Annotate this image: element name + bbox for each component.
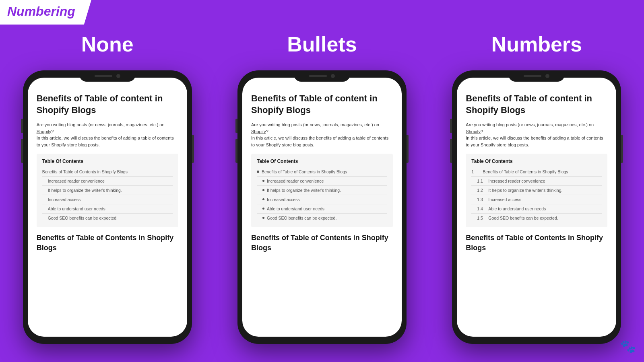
toc-item-bullets-5[interactable]: Good SEO benefits can be expected. — [257, 214, 387, 222]
toc-title-none: Table Of Contents — [42, 158, 173, 164]
screen-none: Benefits of Table of content in Shopify … — [28, 78, 187, 337]
toc-label-none-3: Increased access — [48, 197, 81, 202]
toc-label-numbers-1: Increased reader convenience — [488, 179, 545, 183]
toc-label-none-4: Able to understand user needs — [48, 206, 105, 211]
toc-label-bullets-2: It helps to organize the writer's thinki… — [267, 188, 341, 193]
intro-bullets: Are you writing blog posts (or news, jou… — [251, 121, 393, 148]
bullet-icon-5 — [262, 217, 264, 219]
toc-item-none-5[interactable]: Good SEO benefits can be expected. — [42, 214, 173, 222]
camera-none — [116, 74, 120, 78]
toc-label-numbers-5: Good SEO benefits can be expected. — [488, 216, 558, 220]
paw-icon: 🐾 — [620, 339, 636, 354]
phone-frame-numbers: Benefits of Table of content in Shopify … — [452, 70, 621, 344]
phones-row: Benefits of Table of content in Shopify … — [0, 70, 644, 344]
bottom-title-numbers: Benefits of Table of Contents in Shopify… — [466, 233, 607, 253]
toc-item-none-1[interactable]: Increased reader convenience — [42, 177, 173, 186]
title-numbers: Benefits of Table of content in Shopify … — [466, 93, 607, 116]
toc-item-none-3[interactable]: Increased access — [42, 195, 173, 204]
bullet-icon-4 — [262, 208, 264, 210]
phone-numbers: Benefits of Table of content in Shopify … — [444, 70, 629, 344]
camera-numbers — [545, 74, 549, 78]
toc-title-numbers: Table Of Contents — [471, 158, 602, 164]
pwr-btn-none — [192, 135, 194, 163]
col-heading-none: None — [1, 32, 214, 56]
phone-bullets: Benefits of Table of content in Shopify … — [229, 70, 415, 344]
toc-box-numbers: Table Of Contents 1 Benefits of Table of… — [466, 154, 607, 227]
screen-bullets: Benefits of Table of content in Shopify … — [242, 78, 402, 337]
toc-num-5: 1.5 — [477, 216, 486, 220]
intro-numbers: Are you writing blog posts (or news, jou… — [466, 121, 607, 148]
header-title: Numbering — [7, 4, 75, 19]
pwr-btn-bullets — [407, 135, 409, 163]
toc-item-bullets-1[interactable]: Increased reader convenience — [257, 177, 387, 186]
vol-btn-numbers — [450, 139, 452, 163]
notch-numbers — [508, 70, 565, 82]
intro-none: Are you writing blog posts (or news, jou… — [37, 121, 178, 148]
toc-label-bullets-4: Able to understand user needs — [267, 206, 324, 211]
vol-btn-none — [21, 139, 23, 163]
toc-item-numbers-4[interactable]: 1.4 Able to understand user needs — [471, 204, 602, 214]
toc-item-numbers-5[interactable]: 1.5 Good SEO benefits can be expected. — [471, 214, 602, 222]
toc-item-none-0[interactable]: Benefits of Table of Contents in Shopify… — [42, 167, 173, 177]
toc-label-bullets-1: Increased reader convenience — [267, 179, 324, 183]
toc-item-bullets-0[interactable]: Benefits of Table of Contents in Shopify… — [257, 167, 387, 177]
bottom-title-none: Benefits of Table of Contents in Shopify… — [37, 233, 178, 253]
toc-label-numbers-0: Benefits of Table of Contents in Shopify… — [483, 169, 568, 174]
toc-label-bullets-5: Good SEO benefits can be expected. — [267, 216, 336, 220]
toc-item-bullets-2[interactable]: It helps to organize the writer's thinki… — [257, 186, 387, 195]
phone-frame-bullets: Benefits of Table of content in Shopify … — [237, 70, 407, 344]
toc-title-bullets: Table Of Contents — [257, 158, 387, 164]
col-heading-bullets: Bullets — [216, 32, 428, 56]
header-label: Numbering — [0, 0, 91, 25]
bullet-icon-0 — [257, 171, 259, 173]
toc-label-bullets-0: Benefits of Table of Contents in Shopify… — [262, 169, 347, 174]
toc-box-bullets: Table Of Contents Benefits of Table of C… — [251, 154, 393, 227]
pwr-btn-numbers — [621, 135, 623, 163]
speaker-bullets — [309, 75, 327, 77]
toc-item-numbers-3[interactable]: 1.3 Increased access — [471, 195, 602, 204]
col-heading-numbers: Numbers — [430, 32, 643, 56]
vol-btn-bullets — [235, 139, 237, 163]
shopify-link-bullets[interactable]: Shopify — [251, 129, 266, 134]
shopify-link-numbers[interactable]: Shopify — [466, 129, 481, 134]
toc-item-none-2[interactable]: It helps to organize the writer's thinki… — [42, 186, 173, 195]
toc-num-3: 1.3 — [477, 197, 486, 202]
toc-item-bullets-3[interactable]: Increased access — [257, 195, 387, 204]
toc-label-numbers-3: Increased access — [488, 197, 521, 202]
toc-label-none-0: Benefits of Table of Contents in Shopify… — [42, 169, 128, 174]
phone-none: Benefits of Table of content in Shopify … — [15, 70, 200, 344]
bottom-title-bullets: Benefits of Table of Contents in Shopify… — [251, 233, 393, 253]
toc-item-numbers-2[interactable]: 1.2 It helps to organize the writer's th… — [471, 186, 602, 195]
toc-box-none: Table Of Contents Benefits of Table of C… — [37, 154, 178, 227]
toc-num-4: 1.4 — [477, 206, 486, 211]
speaker-none — [95, 75, 112, 77]
toc-item-none-4[interactable]: Able to understand user needs — [42, 204, 173, 214]
toc-num-1: 1.1 — [477, 179, 486, 183]
toc-label-none-1: Increased reader convenience — [48, 179, 105, 183]
shopify-link-none[interactable]: Shopify — [37, 129, 52, 134]
toc-label-none-5: Good SEO benefits can be expected. — [48, 216, 118, 220]
bullet-icon-2 — [262, 189, 264, 191]
bullet-icon-3 — [262, 198, 264, 200]
bullet-icon-1 — [262, 180, 264, 182]
speaker-numbers — [524, 75, 541, 77]
toc-label-bullets-3: Increased access — [267, 197, 300, 202]
toc-item-bullets-4[interactable]: Able to understand user needs — [257, 204, 387, 214]
toc-label-none-2: It helps to organize the writer's thinki… — [48, 188, 122, 193]
columns-row: None Bullets Numbers — [0, 32, 644, 56]
toc-num-2: 1.2 — [477, 188, 486, 193]
notch-bullets — [294, 70, 350, 82]
phone-frame-none: Benefits of Table of content in Shopify … — [23, 70, 192, 344]
title-bullets: Benefits of Table of content in Shopify … — [251, 93, 393, 116]
camera-bullets — [331, 74, 335, 78]
title-none: Benefits of Table of content in Shopify … — [37, 93, 178, 116]
toc-label-numbers-2: It helps to organize the writer's thinki… — [488, 188, 562, 193]
notch-none — [79, 70, 136, 82]
toc-item-numbers-1[interactable]: 1.1 Increased reader convenience — [471, 177, 602, 186]
toc-item-numbers-0[interactable]: 1 Benefits of Table of Contents in Shopi… — [471, 167, 602, 177]
toc-num-0: 1 — [471, 169, 480, 174]
screen-numbers: Benefits of Table of content in Shopify … — [457, 78, 616, 337]
toc-label-numbers-4: Able to understand user needs — [488, 206, 546, 211]
